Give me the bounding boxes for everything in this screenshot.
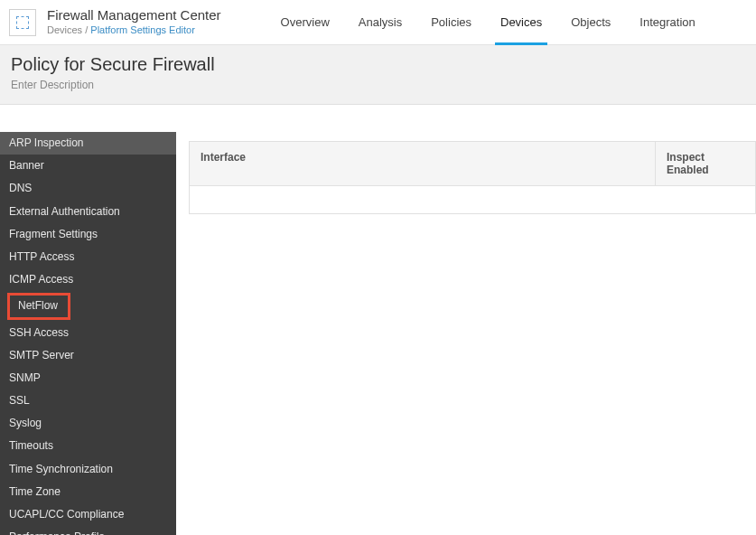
breadcrumb-sep: / xyxy=(82,24,90,35)
brand-title: Firewall Management Center xyxy=(47,7,221,23)
sidebar-item-time-zone[interactable]: Time Zone xyxy=(0,481,176,503)
topnav-item-analysis[interactable]: Analysis xyxy=(344,0,416,45)
topnav: Overview Analysis Policies Devices Objec… xyxy=(266,0,710,45)
breadcrumb: Devices / Platform Settings Editor xyxy=(47,23,221,36)
mainpane: Interface Inspect Enabled xyxy=(176,105,756,535)
sidebar-item-netflow[interactable]: NetFlow xyxy=(9,295,69,317)
sidebar-item-performance-profile[interactable]: Performance Profile xyxy=(0,526,176,535)
table-body xyxy=(190,186,755,213)
sidebar-item-snmp[interactable]: SNMP xyxy=(0,367,176,390)
topnav-item-integration[interactable]: Integration xyxy=(625,0,709,45)
breadcrumb-leaf-link[interactable]: Platform Settings Editor xyxy=(90,24,195,35)
sidebar-item-banner[interactable]: Banner xyxy=(0,155,176,177)
sidebar-item-dns[interactable]: DNS xyxy=(0,177,176,200)
sidebar-item-timeouts[interactable]: Timeouts xyxy=(0,435,176,457)
topnav-item-overview[interactable]: Overview xyxy=(266,0,344,45)
table-container: Interface Inspect Enabled xyxy=(189,141,756,214)
sidebar-item-ucapl-cc-compliance[interactable]: UCAPL/CC Compliance xyxy=(0,503,176,526)
breadcrumb-root: Devices xyxy=(47,24,82,35)
sidebar-item-netflow-wrap: NetFlow xyxy=(0,291,176,321)
page-title: Policy for Secure Firewall xyxy=(11,54,745,75)
page-description[interactable]: Enter Description xyxy=(11,79,745,91)
table-header: Interface Inspect Enabled xyxy=(190,142,755,186)
brand-text: Firewall Management Center Devices / Pla… xyxy=(47,7,221,36)
sidebar-item-ssl[interactable]: SSL xyxy=(0,390,176,412)
content-row: ARP Inspection Banner DNS External Authe… xyxy=(0,105,756,535)
sidebar: ARP Inspection Banner DNS External Authe… xyxy=(0,132,176,535)
topnav-item-devices[interactable]: Devices xyxy=(486,0,556,45)
sidebar-item-icmp-access[interactable]: ICMP Access xyxy=(0,268,176,291)
brand-icon-inner xyxy=(16,16,29,29)
topnav-item-policies[interactable]: Policies xyxy=(416,0,486,45)
sidebar-item-http-access[interactable]: HTTP Access xyxy=(0,246,176,268)
sidebar-item-time-synchronization[interactable]: Time Synchronization xyxy=(0,458,176,481)
sidebar-item-fragment-settings[interactable]: Fragment Settings xyxy=(0,223,176,246)
sidebar-item-arp-inspection[interactable]: ARP Inspection xyxy=(0,132,176,155)
table-column-interface: Interface xyxy=(190,142,656,185)
sidebar-item-smtp-server[interactable]: SMTP Server xyxy=(0,344,176,367)
topnav-item-objects[interactable]: Objects xyxy=(556,0,625,45)
titlebar: Policy for Secure Firewall Enter Descrip… xyxy=(0,45,756,105)
brand-icon xyxy=(9,9,36,36)
topbar: Firewall Management Center Devices / Pla… xyxy=(0,0,756,45)
sidebar-item-syslog[interactable]: Syslog xyxy=(0,412,176,435)
table-column-inspect-enabled: Inspect Enabled xyxy=(656,142,755,185)
sidebar-item-external-authentication[interactable]: External Authentication xyxy=(0,201,176,223)
sidebar-item-ssh-access[interactable]: SSH Access xyxy=(0,322,176,344)
